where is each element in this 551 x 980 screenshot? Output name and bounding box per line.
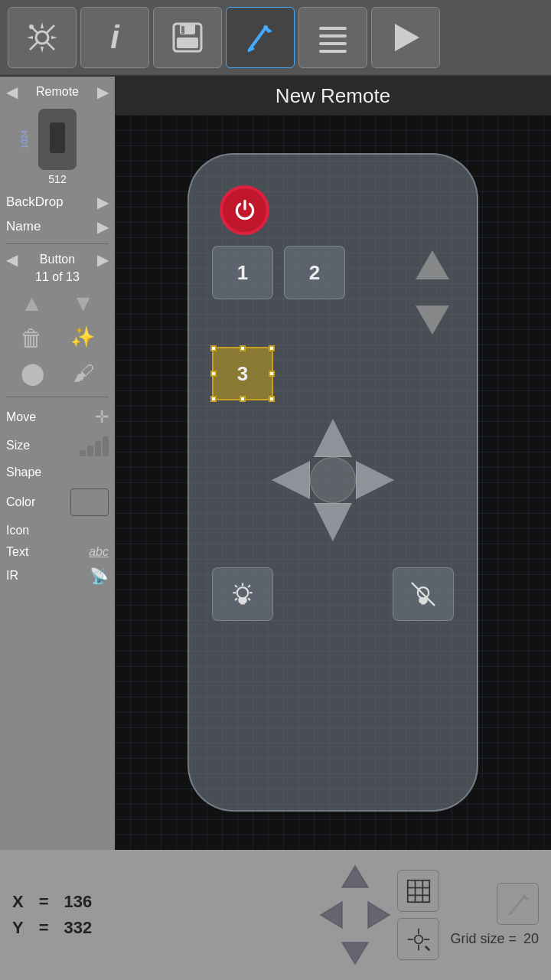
dpad-right[interactable] xyxy=(356,461,394,499)
info-button[interactable]: i xyxy=(80,7,149,68)
nav-left-button[interactable] xyxy=(313,898,351,933)
name-arrow[interactable]: ▶ xyxy=(97,217,109,236)
pencil-grid-size: Grid size = 20 xyxy=(450,883,539,947)
button-next-arrow[interactable]: ▶ xyxy=(97,250,109,269)
backdrop-row[interactable]: BackDrop ▶ xyxy=(6,191,109,213)
size-label: Size xyxy=(6,439,44,452)
size-property-row: Size xyxy=(6,435,109,456)
dpad-left[interactable] xyxy=(272,461,310,499)
remote-prev-arrow[interactable]: ◀ xyxy=(6,83,18,101)
divider-2 xyxy=(6,397,109,397)
move-up-btn[interactable]: ▲ xyxy=(21,290,44,316)
vol-up-arrow[interactable] xyxy=(414,249,451,281)
nav-up-button[interactable] xyxy=(336,861,374,895)
ir-signal-icon[interactable]: 📡 xyxy=(90,567,109,585)
backdrop-label: BackDrop xyxy=(6,194,64,210)
y-equals: = xyxy=(39,918,49,938)
button-1[interactable]: 1 xyxy=(212,246,273,299)
delete-icon[interactable]: 🗑 xyxy=(20,325,43,351)
light-on-button[interactable] xyxy=(212,567,273,621)
flash-icon[interactable]: ✨ xyxy=(70,325,95,351)
remote-height-label: 1024 xyxy=(20,130,29,149)
divider-1 xyxy=(6,243,109,244)
svg-marker-15 xyxy=(416,305,449,335)
shape-triangle-icon xyxy=(90,464,109,481)
bottom-bar: X = 136 Y = 332 xyxy=(0,850,551,980)
svg-marker-13 xyxy=(395,24,419,51)
save-button[interactable] xyxy=(153,7,222,68)
nav-right-button[interactable] xyxy=(359,898,397,933)
grid-snap-tools xyxy=(397,870,439,960)
x-equals: = xyxy=(39,892,49,912)
main-canvas[interactable]: 1 2 3 xyxy=(115,115,551,850)
page-title: New Remote xyxy=(276,84,390,108)
size-bar-4 xyxy=(103,436,109,456)
dpad-down[interactable] xyxy=(314,503,352,541)
play-button[interactable] xyxy=(371,7,440,68)
move-icon[interactable]: ✛ xyxy=(95,407,109,427)
shape-icons[interactable] xyxy=(69,464,109,481)
y-value: 332 xyxy=(64,918,93,938)
svg-point-27 xyxy=(418,587,429,598)
edit-button[interactable] xyxy=(226,7,295,68)
vol-down-arrow[interactable] xyxy=(414,304,451,336)
remote-next-arrow[interactable]: ▶ xyxy=(97,83,109,101)
color-swatch[interactable] xyxy=(70,488,109,516)
name-row[interactable]: Name ▶ xyxy=(6,216,109,237)
dpad-up[interactable] xyxy=(314,419,352,457)
button-nav-row: ◀ Button ▶ xyxy=(6,250,109,269)
size-bar-1 xyxy=(80,450,86,456)
svg-rect-28 xyxy=(420,598,427,602)
color-label: Color xyxy=(6,495,44,509)
remote-thumb-img[interactable] xyxy=(38,109,77,170)
pencil-button[interactable] xyxy=(497,883,539,925)
bottom-btn-row xyxy=(212,567,454,621)
svg-point-0 xyxy=(36,31,48,44)
settings-button[interactable] xyxy=(8,7,77,68)
y-label: Y xyxy=(12,918,24,938)
move-down-btn[interactable]: ▼ xyxy=(72,290,95,316)
button-prev-arrow[interactable]: ◀ xyxy=(6,250,18,269)
x-coord-row: X = 136 xyxy=(12,892,313,912)
svg-marker-33 xyxy=(368,902,390,928)
snap-button[interactable] xyxy=(397,918,439,960)
svg-line-24 xyxy=(235,598,237,600)
size-bars[interactable] xyxy=(80,435,109,456)
size-bar-2 xyxy=(87,446,93,456)
svg-marker-14 xyxy=(416,250,449,279)
dpad-center[interactable] xyxy=(310,457,356,503)
button-label: Button xyxy=(40,253,75,266)
svg-rect-12 xyxy=(319,50,347,53)
grid-button[interactable] xyxy=(397,870,439,912)
text-property-row: Text abc xyxy=(6,545,109,559)
remote-width-label: 512 xyxy=(48,173,66,185)
paste-icon[interactable]: 🖌 xyxy=(73,361,94,386)
list-button[interactable] xyxy=(298,7,367,68)
nav-left-right xyxy=(313,898,397,933)
coordinates-section: X = 136 Y = 332 xyxy=(12,892,313,938)
ir-label: IR xyxy=(6,569,44,583)
backdrop-arrow[interactable]: ▶ xyxy=(97,193,109,211)
svg-rect-11 xyxy=(319,42,347,45)
button-nav: ◀ Button ▶ 11 of 13 xyxy=(6,250,109,284)
button-3[interactable]: 3 xyxy=(212,347,273,400)
icon-property-row: Icon xyxy=(6,524,109,537)
svg-line-23 xyxy=(248,585,250,587)
nav-down-button[interactable] xyxy=(336,936,374,970)
grid-size-label: Grid size = 20 xyxy=(450,931,539,947)
svg-marker-32 xyxy=(321,902,342,928)
shape-circle-icon xyxy=(69,464,86,481)
button-2[interactable]: 2 xyxy=(284,246,345,299)
svg-rect-4 xyxy=(177,38,198,48)
power-button[interactable] xyxy=(220,185,269,235)
toolbar: i xyxy=(0,0,551,77)
y-coord-row: Y = 332 xyxy=(12,918,313,938)
text-value[interactable]: abc xyxy=(89,545,109,559)
svg-line-46 xyxy=(510,896,525,913)
light-off-button[interactable] xyxy=(393,567,454,621)
direction-arrows xyxy=(313,861,397,970)
grid-size-row: Grid size = 20 xyxy=(450,931,539,947)
duplicate-icon[interactable]: ⬤ xyxy=(21,361,44,386)
icon-label: Icon xyxy=(6,524,44,537)
dpad xyxy=(272,419,394,541)
